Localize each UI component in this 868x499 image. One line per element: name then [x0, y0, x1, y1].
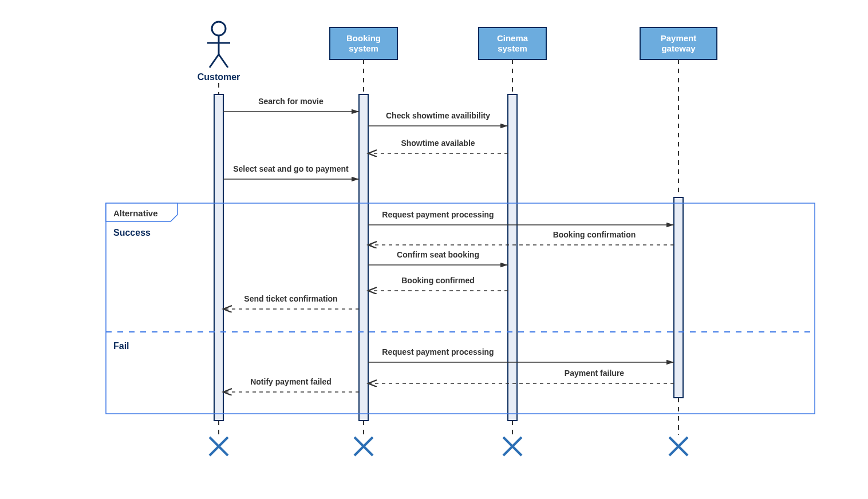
svg-text:Showtime available: Showtime available	[401, 138, 475, 148]
svg-text:Payment failure: Payment failure	[565, 369, 624, 378]
participant-payment: Payment gateway	[640, 27, 717, 60]
activation-booking	[359, 94, 368, 421]
svg-text:Send ticket confirmation: Send ticket confirmation	[244, 294, 337, 303]
message-m12: Notify payment failed	[223, 377, 359, 392]
participant-payment-label-l1: Payment	[661, 33, 697, 43]
activation-payment	[674, 197, 683, 398]
message-m8: Booking confirmed	[368, 276, 508, 291]
message-m7: Confirm seat booking	[368, 250, 508, 265]
sequence-diagram: Customer Booking system Cinema system Pa…	[0, 0, 831, 480]
svg-text:Booking confirmed: Booking confirmed	[401, 276, 475, 285]
message-m2: Check showtime availibility	[368, 111, 508, 126]
alt-frame	[106, 203, 815, 414]
participant-booking-label-l2: system	[349, 43, 378, 53]
message-m5: Request payment processing	[368, 210, 674, 225]
message-m1: Search for movie	[223, 97, 359, 112]
diagram-canvas: Customer Booking system Cinema system Pa…	[0, 0, 831, 480]
svg-text:Confirm seat booking: Confirm seat booking	[397, 250, 479, 259]
svg-point-0	[212, 22, 226, 35]
svg-text:Request payment processing: Request payment processing	[382, 347, 494, 357]
participant-cinema: Cinema system	[479, 27, 546, 60]
participant-payment-label-l2: gateway	[661, 43, 696, 53]
participant-booking: Booking system	[330, 27, 397, 60]
message-m11: Payment failure	[368, 369, 674, 383]
message-m9: Send ticket confirmation	[223, 294, 359, 309]
message-m6: Booking confirmation	[368, 230, 674, 245]
message-m10: Request payment processing	[368, 347, 674, 362]
svg-text:Select seat and go to payment: Select seat and go to payment	[233, 164, 349, 173]
svg-line-4	[219, 54, 228, 68]
message-m4: Select seat and go to payment	[223, 164, 359, 179]
participant-booking-label-l1: Booking	[346, 33, 381, 43]
destruction-payment	[669, 437, 688, 456]
svg-text:Booking confirmation: Booking confirmation	[553, 230, 636, 239]
svg-text:Request payment processing: Request payment processing	[382, 210, 494, 219]
destruction-booking	[354, 437, 373, 456]
svg-text:Search for movie: Search for movie	[258, 97, 323, 106]
alt-region-success: Success	[113, 228, 151, 237]
activation-customer	[214, 94, 223, 421]
alt-label-text: Alternative	[113, 208, 158, 218]
destruction-cinema	[503, 437, 522, 456]
participant-cinema-label-l1: Cinema	[497, 33, 528, 43]
participant-cinema-label-l2: system	[498, 43, 527, 53]
alt-region-fail: Fail	[113, 341, 129, 351]
destruction-customer	[210, 437, 228, 456]
svg-line-3	[210, 54, 219, 68]
svg-text:Notify payment failed: Notify payment failed	[250, 377, 332, 386]
message-m3: Showtime available	[368, 138, 508, 153]
actor-customer: Customer	[198, 22, 240, 82]
activation-cinema	[508, 94, 517, 421]
svg-text:Check showtime availibility: Check showtime availibility	[386, 111, 490, 120]
actor-customer-label: Customer	[198, 72, 240, 82]
